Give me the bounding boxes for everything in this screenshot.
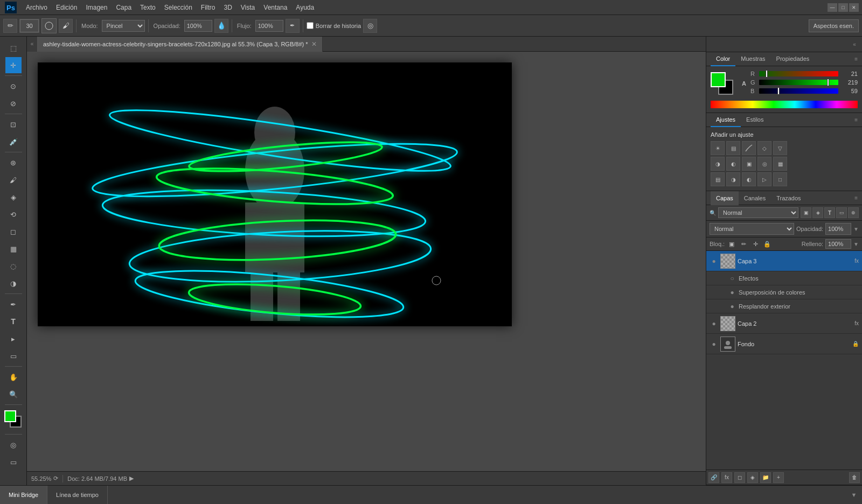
layer-eye-fondo[interactable]: ● xyxy=(710,340,718,348)
lock-all-button[interactable]: 🔒 xyxy=(762,239,772,249)
layer-link-icon[interactable]: 🔗 xyxy=(708,472,719,483)
zoom-tool[interactable]: 🔍 xyxy=(5,386,22,402)
adj-channel-icon[interactable]: ▦ xyxy=(773,157,787,171)
fill-dropdown-arrow[interactable]: ▼ xyxy=(853,241,859,247)
lasso-tool[interactable]: ⊙ xyxy=(5,78,22,94)
adj-levels-icon[interactable]: ▤ xyxy=(726,141,740,155)
adj-selective-icon[interactable]: □ xyxy=(773,172,787,186)
adj-hue-icon[interactable]: ◑ xyxy=(711,157,725,171)
filter-shape-icon[interactable]: ▭ xyxy=(836,207,847,218)
blend-mode-select[interactable]: Normal xyxy=(710,223,794,235)
tab-collapse-button[interactable]: « xyxy=(27,37,38,52)
layer-type-filter[interactable]: Normal xyxy=(718,207,798,218)
fill-value-input[interactable]: 100% xyxy=(825,239,851,249)
menu-vista[interactable]: Vista xyxy=(237,3,259,12)
menu-archivo[interactable]: Archivo xyxy=(22,3,52,12)
maximize-button[interactable]: □ xyxy=(838,3,848,12)
effect-eye-efectos[interactable]: ○ xyxy=(728,275,736,282)
tab-trazados[interactable]: Trazados xyxy=(771,191,806,205)
filter-smart-icon[interactable]: ⊕ xyxy=(848,207,859,218)
layer-delete-icon[interactable]: 🗑 xyxy=(849,472,860,483)
rectangle-shape-tool[interactable]: ▭ xyxy=(5,348,22,364)
brush-tool-button[interactable]: ✏ xyxy=(3,19,17,33)
screen-mode-tool[interactable]: ▭ xyxy=(5,454,22,470)
text-tool[interactable]: T xyxy=(5,313,22,330)
blur-tool[interactable]: ◌ xyxy=(5,258,22,274)
brush-settings-button[interactable]: 🖌 xyxy=(59,19,73,33)
lock-paint-button[interactable]: ✏ xyxy=(739,239,748,249)
opacity-dropdown-arrow[interactable]: ▼ xyxy=(853,226,859,232)
layer-mask-icon[interactable]: ◻ xyxy=(734,472,745,483)
hand-tool[interactable]: ✋ xyxy=(5,369,22,385)
layer-item-capa3[interactable]: ● Capa 3 fx xyxy=(706,251,862,271)
spot-heal-tool[interactable]: ⊛ xyxy=(5,155,22,171)
brush-tool[interactable]: 🖌 xyxy=(5,172,22,188)
adj-balance-icon[interactable]: ◐ xyxy=(726,157,740,171)
tab-estilos[interactable]: Estilos xyxy=(741,113,769,127)
layer-fx-icon[interactable]: fx xyxy=(721,472,732,483)
tab-canales[interactable]: Canales xyxy=(739,191,771,205)
brush-preview-button[interactable] xyxy=(41,18,57,33)
adj-threshold-icon[interactable]: ◐ xyxy=(742,172,756,186)
quick-select-tool[interactable]: ⊘ xyxy=(5,95,22,111)
color-panel-menu-button[interactable]: ≡ xyxy=(854,56,858,62)
path-select-tool[interactable]: ▸ xyxy=(5,331,22,347)
eraser-tool[interactable]: ◻ xyxy=(5,223,22,240)
history-brush-tool[interactable]: ⟲ xyxy=(5,206,22,222)
ajustes-panel-menu-button[interactable]: ≡ xyxy=(854,117,858,123)
adj-gradient-icon[interactable]: ▷ xyxy=(757,172,771,186)
layer-eye-capa3[interactable]: ● xyxy=(710,257,718,265)
dodge-tool[interactable]: ◑ xyxy=(5,275,22,291)
adj-posterize-icon[interactable]: ◑ xyxy=(726,172,740,186)
quick-mask-tool[interactable]: ◎ xyxy=(5,437,22,453)
aspects-button[interactable]: Aspectos esen. xyxy=(809,19,859,32)
menu-3d[interactable]: 3D xyxy=(219,3,236,12)
lock-transparent-button[interactable]: ▣ xyxy=(727,239,736,249)
foreground-color-swatch[interactable] xyxy=(4,410,16,422)
g-slider-track[interactable] xyxy=(759,80,838,85)
pen-tool[interactable]: ✒ xyxy=(5,296,22,312)
capas-panel-menu-button[interactable]: ≡ xyxy=(854,195,858,201)
mode-select[interactable]: Pincel xyxy=(102,20,145,32)
bottom-panel-collapse-button[interactable]: ▼ xyxy=(846,486,862,505)
effect-eye-resplandor[interactable]: ● xyxy=(728,303,736,310)
tab-ajustes[interactable]: Ajustes xyxy=(711,113,741,127)
minimize-button[interactable]: — xyxy=(828,3,837,12)
layer-adjust-icon[interactable]: ◈ xyxy=(747,472,758,483)
close-button[interactable]: ✕ xyxy=(849,3,859,12)
menu-capa[interactable]: Capa xyxy=(112,3,136,12)
layer-item-capa2[interactable]: ● Capa 2 fx xyxy=(706,313,862,334)
layer-eye-capa2[interactable]: ● xyxy=(710,320,718,327)
right-panel-collapse-icon[interactable]: « xyxy=(849,39,860,50)
select-rectangle-tool[interactable]: ⬚ xyxy=(5,40,22,56)
menu-imagen[interactable]: Imagen xyxy=(81,3,112,12)
canvas-scroll-area[interactable] xyxy=(27,52,706,471)
tab-muestras[interactable]: Muestras xyxy=(735,52,770,66)
adj-curves-icon[interactable] xyxy=(742,141,756,155)
r-slider-track[interactable] xyxy=(759,71,838,76)
flow-input[interactable]: 100% xyxy=(255,20,283,32)
zoom-icon[interactable]: ⟳ xyxy=(53,475,58,482)
menu-seleccion[interactable]: Selección xyxy=(160,3,197,12)
adj-vibrance-icon[interactable]: ▽ xyxy=(773,141,787,155)
filter-type-icon[interactable]: T xyxy=(824,207,835,218)
doc-tab-close[interactable]: ✕ xyxy=(311,40,317,48)
adj-photo-icon[interactable]: ◎ xyxy=(757,157,771,171)
tab-color[interactable]: Color xyxy=(711,52,735,66)
main-canvas[interactable] xyxy=(38,62,512,326)
history-erase-checkbox[interactable] xyxy=(307,22,314,29)
adj-invert-icon[interactable]: ▤ xyxy=(711,172,725,186)
foreground-color-big-swatch[interactable] xyxy=(711,72,726,87)
menu-edicion[interactable]: Edición xyxy=(52,3,81,12)
filter-adjust-icon[interactable]: ◈ xyxy=(812,207,823,218)
adj-exposure-icon[interactable]: ◇ xyxy=(757,141,771,155)
filter-pixel-icon[interactable]: ▣ xyxy=(801,207,811,218)
bottom-tab-mini-bridge[interactable]: Mini Bridge xyxy=(0,486,47,505)
adj-brightness-icon[interactable]: ☀ xyxy=(711,141,725,155)
menu-ventana[interactable]: Ventana xyxy=(259,3,291,12)
crop-tool[interactable]: ⊡ xyxy=(5,116,22,132)
document-tab[interactable]: ashley-tisdale-women-actress-celebrity-s… xyxy=(38,37,323,52)
opacity-input[interactable]: 100% xyxy=(184,20,212,32)
opacity-value-input[interactable]: 100% xyxy=(825,223,851,235)
eyedropper-tool[interactable]: 💉 xyxy=(5,134,22,150)
